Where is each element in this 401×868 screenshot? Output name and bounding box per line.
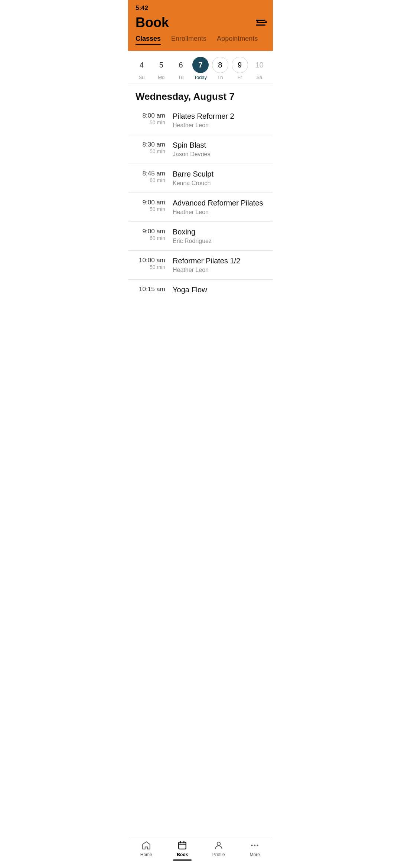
class-time: 8:45 am 60 min [136,170,173,183]
class-time: 8:00 am 50 min [136,112,173,125]
class-time: 8:30 am 50 min [136,141,173,154]
day-number: 8 [212,57,228,73]
day-number: 7 [192,57,209,73]
class-info: Pilates Reformer 2 Heather Leon [173,112,265,129]
class-item[interactable]: 9:00 am 60 min Boxing Eric Rodriguez [128,222,273,251]
day-number: 9 [232,57,248,73]
day-number: 4 [133,57,150,73]
status-bar: 5:42 [128,0,273,12]
class-time: 10:15 am [136,286,173,293]
class-time: 10:00 am 50 min [136,257,173,270]
day-label: Fr [238,75,242,80]
class-item[interactable]: 10:00 am 50 min Reformer Pilates 1/2 Hea… [128,251,273,280]
day-label: Th [217,75,223,80]
class-info: Reformer Pilates 1/2 Heather Leon [173,257,265,273]
class-info: Spin Blast Jason Devries [173,141,265,158]
tab-enrollments[interactable]: Enrollments [171,35,206,45]
tab-appointments[interactable]: Appointments [217,35,258,45]
class-list: 8:00 am 50 min Pilates Reformer 2 Heathe… [128,106,273,331]
day-label-today: Today [194,75,207,80]
class-info: Barre Sculpt Kenna Crouch [173,170,265,187]
class-time: 9:00 am 50 min [136,199,173,212]
filter-button[interactable] [256,20,265,26]
calendar-strip: 4 Su 5 Mo 6 Tu 7 Today 8 Th 9 Fr 10 Sa [128,51,273,83]
calendar-day-10[interactable]: 10 Sa [251,57,267,80]
class-info: Advanced Reformer Pilates Heather Leon [173,199,265,216]
header: Book [128,12,273,30]
calendar-day-6[interactable]: 6 Tu [173,57,189,80]
day-number: 5 [153,57,169,73]
calendar-day-5[interactable]: 5 Mo [153,57,169,80]
class-item[interactable]: 8:30 am 50 min Spin Blast Jason Devries [128,135,273,164]
date-heading: Wednesday, August 7 [128,83,273,106]
day-label: Su [138,75,144,80]
tab-classes[interactable]: Classes [136,35,161,45]
class-item[interactable]: 8:45 am 60 min Barre Sculpt Kenna Crouch [128,164,273,193]
day-number: 10 [251,57,267,73]
calendar-day-8[interactable]: 8 Th [212,57,228,80]
calendar-day-9[interactable]: 9 Fr [232,57,248,80]
class-item[interactable]: 10:15 am Yoga Flow [128,280,273,302]
tab-bar: Classes Enrollments Appointments [128,30,273,51]
class-info: Boxing Eric Rodriguez [173,228,265,244]
status-time: 5:42 [136,4,148,12]
day-label: Sa [257,75,263,80]
day-number: 6 [173,57,189,73]
calendar-day-7-today[interactable]: 7 Today [192,57,209,80]
class-time: 9:00 am 60 min [136,228,173,241]
day-label: Tu [178,75,184,80]
class-item[interactable]: 8:00 am 50 min Pilates Reformer 2 Heathe… [128,106,273,135]
calendar-day-4[interactable]: 4 Su [133,57,150,80]
class-item[interactable]: 9:00 am 50 min Advanced Reformer Pilates… [128,193,273,222]
page-title: Book [136,15,169,30]
class-info: Yoga Flow [173,286,265,296]
day-label: Mo [158,75,164,80]
